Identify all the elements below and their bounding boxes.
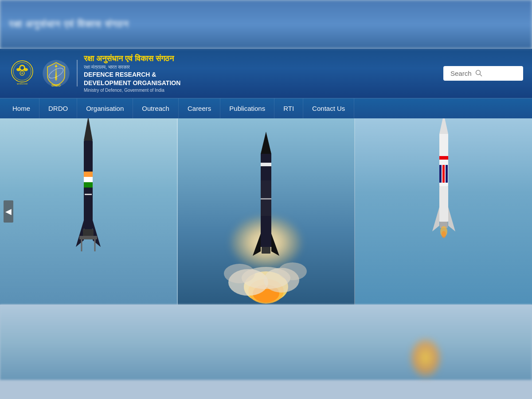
hero-panel-left [0,118,178,305]
svg-marker-26 [93,220,101,247]
nav-item-publications[interactable]: Publications [220,98,274,118]
hero-slider: ◀ [0,118,532,305]
search-icon [475,70,482,77]
top-blur-text: रक्षा अनुसंधान एवं विकास संगठन [9,19,129,30]
svg-point-7 [22,72,23,74]
svg-rect-50 [439,156,448,160]
org-name-hindi-sub: रक्षा मंत्रालय, भारत सरकार [84,64,180,70]
svg-rect-23 [84,182,93,188]
svg-marker-46 [271,234,279,256]
nav-item-careers[interactable]: Careers [179,98,220,118]
hero-panel-center [178,118,356,305]
bottom-blurred-section [0,305,532,380]
svg-rect-28 [79,236,97,239]
svg-point-5 [23,68,28,71]
svg-point-38 [278,262,307,280]
missile-center [204,118,328,305]
svg-marker-19 [84,118,93,141]
bottom-flame [408,336,443,380]
header-branding: सत्यमेव जयते DRDO रक्षा अनुसंधान एवं विक… [9,54,180,93]
svg-rect-44 [261,216,271,247]
nav-item-organisation[interactable]: Organisation [77,98,133,118]
top-blur-bar: रक्षा अनुसंधान एवं विकास संगठन [0,0,532,49]
slider-prev-button[interactable]: ◀ [4,200,13,223]
svg-point-60 [442,231,446,238]
drdo-logo: DRDO [42,59,70,88]
svg-rect-24 [85,194,92,195]
svg-line-18 [480,74,481,76]
ashoka-emblem-logo: सत्यमेव जयते [9,59,35,88]
svg-rect-43 [261,198,271,200]
svg-marker-48 [439,118,448,134]
svg-marker-39 [261,132,271,154]
svg-point-37 [224,264,255,283]
svg-rect-22 [84,177,93,182]
svg-marker-57 [448,207,455,231]
org-name-block: रक्षा अनुसंधान एवं विकास संगठन रक्षा मंत… [84,54,180,93]
missile-left [44,118,133,305]
svg-rect-52 [439,165,442,183]
nav-item-rti[interactable]: RTI [274,98,303,118]
site-header: सत्यमेव जयते DRDO रक्षा अनुसंधान एवं विक… [0,49,532,98]
nav-item-drdo[interactable]: DRDO [39,98,77,118]
search-box[interactable]: Search [443,66,523,81]
nav-item-contact-us[interactable]: Contact Us [303,98,354,118]
hero-panel-right [355,118,532,305]
svg-rect-27 [83,229,94,236]
svg-rect-49 [439,134,448,156]
missile-right [399,118,488,305]
svg-rect-40 [261,154,271,180]
svg-rect-21 [84,172,93,177]
svg-rect-55 [439,186,448,222]
svg-text:सत्यमेव जयते: सत्यमेव जयते [16,82,27,85]
org-ministry: Ministry of Defence, Government of India [84,88,180,93]
svg-marker-25 [76,220,84,247]
svg-marker-45 [253,234,261,256]
org-name-english-line2: DEVELOPMENT ORGANISATION [84,79,180,87]
svg-point-3 [20,66,24,70]
org-name-hindi: रक्षा अनुसंधान एवं विकास संगठन [84,54,180,63]
nav-item-home[interactable]: Home [0,98,39,118]
main-navigation: Home DRDO Organisation Outreach Careers … [0,98,532,118]
svg-rect-54 [446,165,448,183]
org-name-english-line1: DEFENCE RESEARCH & [84,71,180,78]
header-divider [77,60,78,86]
search-placeholder: Search [450,70,472,77]
svg-rect-53 [442,165,445,183]
nav-item-outreach[interactable]: Outreach [133,98,179,118]
svg-marker-56 [432,207,439,231]
header-search-area: Search [443,66,523,81]
svg-point-4 [16,68,21,71]
svg-text:DRDO: DRDO [51,84,61,87]
svg-rect-47 [262,247,270,254]
svg-rect-41 [261,163,271,166]
